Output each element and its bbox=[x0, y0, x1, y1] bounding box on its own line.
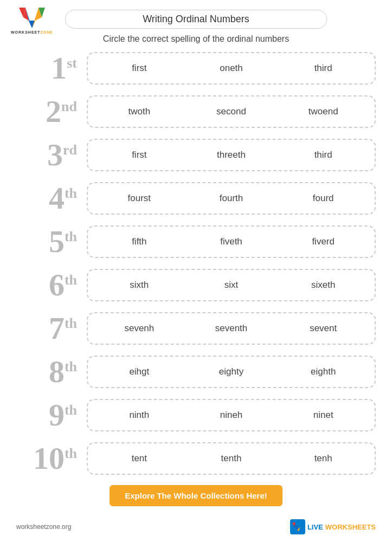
ordinal-number: 7 bbox=[49, 313, 65, 344]
options-box-3[interactable]: firstthreeththird bbox=[87, 139, 376, 171]
options-box-1[interactable]: firstoneththird bbox=[87, 52, 376, 85]
table-row: 5thfifthfivethfiverd bbox=[16, 223, 376, 261]
ordinal-label-1: 1st bbox=[16, 49, 87, 87]
ordinal-number: 6 bbox=[49, 269, 65, 301]
ordinal-suffix: th bbox=[65, 360, 77, 374]
option-text[interactable]: sevenh bbox=[93, 323, 185, 334]
options-box-5[interactable]: fifthfivethfiverd bbox=[87, 225, 376, 258]
ordinal-suffix: th bbox=[65, 447, 77, 461]
table-row: 4thfourstfourthfourd bbox=[16, 179, 376, 217]
ordinal-label-5: 5th bbox=[16, 223, 87, 261]
options-box-4[interactable]: fourstfourthfourd bbox=[87, 182, 376, 215]
option-text[interactable]: tent bbox=[93, 453, 185, 464]
option-text[interactable]: oneth bbox=[185, 63, 278, 74]
ordinal-label-3: 3rd bbox=[16, 136, 87, 174]
options-box-6[interactable]: sixthsixtsixeth bbox=[87, 269, 376, 301]
ordinal-suffix: st bbox=[67, 56, 77, 70]
option-text[interactable]: threeth bbox=[185, 150, 278, 160]
ordinal-number: 8 bbox=[49, 356, 65, 388]
explore-button[interactable]: Explore The Whole Collections Here! bbox=[110, 485, 282, 506]
liveworksheets-icon bbox=[290, 519, 305, 534]
ordinal-label-2: 2nd bbox=[16, 93, 87, 131]
option-text[interactable]: seventh bbox=[185, 323, 278, 334]
option-text[interactable]: fiverd bbox=[277, 236, 369, 247]
option-text[interactable]: twoth bbox=[93, 106, 185, 117]
footer-bottom: worksheetzone.org LIVEWORKSHEETS bbox=[0, 516, 392, 537]
subtitle: Circle the correct spelling of the ordin… bbox=[0, 34, 392, 44]
ordinal-suffix: th bbox=[65, 273, 77, 287]
liveworksheets-badge: LIVEWORKSHEETS bbox=[290, 519, 376, 534]
ordinal-number: 2 bbox=[46, 96, 61, 127]
table-row: 7thsevenhseventhsevent bbox=[16, 309, 376, 347]
option-text[interactable]: fourth bbox=[185, 193, 278, 204]
table-row: 1stfirstoneththird bbox=[16, 49, 376, 87]
option-text[interactable]: ninth bbox=[93, 410, 185, 421]
ordinal-suffix: nd bbox=[61, 100, 77, 114]
page-title: Writing Ordinal Numbers bbox=[143, 14, 249, 25]
table-row: 3rdfirstthreeththird bbox=[16, 136, 376, 174]
option-text[interactable]: sevent bbox=[277, 323, 369, 334]
ordinal-suffix: th bbox=[65, 317, 77, 331]
table-row: 2ndtwothsecondtwoend bbox=[16, 93, 376, 131]
header-title-box: Writing Ordinal Numbers bbox=[65, 10, 327, 29]
ordinal-label-8: 8th bbox=[16, 353, 87, 391]
ordinal-label-10: 10th bbox=[16, 440, 87, 477]
table-row: 9thninthninehninet bbox=[16, 396, 376, 434]
option-text[interactable]: eighty bbox=[185, 366, 278, 377]
option-text[interactable]: twoend bbox=[277, 106, 369, 117]
worksheets-text: WORKSHEETS bbox=[325, 523, 376, 531]
footer: Explore The Whole Collections Here! bbox=[0, 485, 392, 512]
content-area: 1stfirstoneththird2ndtwothsecondtwoend3r… bbox=[0, 49, 392, 477]
options-box-7[interactable]: sevenhseventhsevent bbox=[87, 312, 376, 345]
option-text[interactable]: ninet bbox=[277, 410, 369, 421]
logo: WORKSHEETZONE bbox=[11, 5, 53, 34]
option-text[interactable]: first bbox=[93, 150, 185, 160]
ordinal-suffix: th bbox=[65, 186, 77, 201]
ordinal-number: 5 bbox=[49, 226, 65, 257]
option-text[interactable]: sixth bbox=[93, 280, 185, 291]
ordinal-label-7: 7th bbox=[16, 309, 87, 347]
ordinal-suffix: th bbox=[65, 403, 77, 417]
options-box-10[interactable]: tenttenthtenh bbox=[87, 442, 376, 475]
option-text[interactable]: fifth bbox=[93, 236, 185, 247]
ordinal-number: 10 bbox=[33, 443, 65, 474]
options-box-2[interactable]: twothsecondtwoend bbox=[87, 95, 376, 128]
options-box-9[interactable]: ninthninehninet bbox=[87, 399, 376, 431]
logo-label: WORKSHEETZONE bbox=[11, 30, 53, 34]
option-text[interactable]: tenth bbox=[185, 453, 278, 464]
table-row: 6thsixthsixtsixeth bbox=[16, 266, 376, 304]
option-text[interactable]: fourst bbox=[93, 193, 185, 204]
ordinal-label-4: 4th bbox=[16, 179, 87, 217]
ordinal-suffix: rd bbox=[63, 143, 77, 157]
ordinal-number: 9 bbox=[49, 399, 65, 431]
table-row: 8theihgteightyeighth bbox=[16, 353, 376, 391]
option-text[interactable]: sixt bbox=[185, 280, 278, 291]
option-text[interactable]: eighth bbox=[277, 366, 369, 377]
option-text[interactable]: fourd bbox=[277, 193, 369, 204]
option-text[interactable]: eihgt bbox=[93, 366, 185, 377]
ordinal-number: 1 bbox=[51, 53, 67, 84]
ordinal-label-6: 6th bbox=[16, 266, 87, 304]
ordinal-number: 3 bbox=[47, 139, 63, 171]
ordinal-suffix: th bbox=[65, 230, 77, 244]
option-text[interactable]: tenh bbox=[277, 453, 369, 464]
options-box-8[interactable]: eihgteightyeighth bbox=[87, 356, 376, 388]
logo-icon bbox=[18, 5, 46, 29]
option-text[interactable]: first bbox=[93, 63, 185, 74]
option-text[interactable]: third bbox=[277, 150, 369, 160]
option-text[interactable]: fiveth bbox=[185, 236, 278, 247]
svg-rect-7 bbox=[290, 519, 305, 534]
option-text[interactable]: sixeth bbox=[277, 280, 369, 291]
live-text: LIVE bbox=[307, 523, 323, 531]
option-text[interactable]: second bbox=[185, 106, 278, 117]
option-text[interactable]: third bbox=[277, 63, 369, 74]
ordinal-label-9: 9th bbox=[16, 396, 87, 434]
table-row: 10thtenttenthtenh bbox=[16, 440, 376, 477]
ordinal-number: 4 bbox=[49, 183, 65, 214]
footer-url: worksheetzone.org bbox=[16, 523, 71, 531]
option-text[interactable]: nineh bbox=[185, 410, 278, 421]
